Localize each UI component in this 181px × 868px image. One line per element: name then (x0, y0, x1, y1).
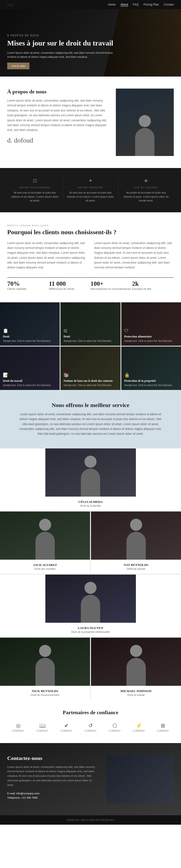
figure-head (139, 115, 151, 127)
partner-name-5: COMPANY (109, 730, 121, 732)
service-title-3: Protection alimentaire (124, 335, 173, 338)
why-col-2: Lorem ipsum dolor sit amet, consectetur … (94, 241, 174, 270)
stat-3: 100+ Récompenses et reconnaissances (90, 277, 132, 290)
team-name-nat: NAT REYNOLDS (94, 563, 178, 567)
service-text-6: Sample text. Click to select the Text El… (124, 384, 173, 387)
team-role-laura: Droit de la propriété intellectuelle (49, 630, 132, 633)
service-card-4[interactable]: 📝 Droit du travail Sample text. Click to… (0, 347, 60, 390)
service-content-4: 📝 Droit du travail Sample text. Click to… (0, 370, 54, 390)
service-title-2: Droit (63, 335, 112, 338)
partner-1: ◎ COMPANY (8, 721, 28, 734)
why-columns: Lorem ipsum dolor sit amet, consectetur … (7, 241, 174, 270)
service-card-2[interactable]: ⚖ Droit Sample text. Click to select the… (60, 302, 120, 346)
jack-figure (33, 519, 57, 560)
contact-text: Lorem ipsum dolor sit amet, consectetur … (7, 765, 97, 787)
contact-email-label: E-mail: (7, 792, 16, 795)
hero-description: Lorem ipsum dolor sit amet, consectetur … (7, 51, 113, 59)
team-info-nat: NAT REYNOLDS Défense pénale (91, 560, 181, 574)
service-card-6[interactable]: 🔒 Protection de la propriété Sample text… (121, 347, 181, 390)
nat-body (126, 532, 146, 560)
michael-head (130, 645, 142, 657)
nav-pricing[interactable]: Pricing Plan (144, 3, 159, 6)
stat-number-4: 2k (132, 280, 174, 287)
philosophy-text-1: At vero eos et accusam et justo duo dolo… (11, 191, 59, 203)
team-card-celia: CÉLIA ALMEDA Droit de la famille (0, 448, 181, 510)
nav-faq[interactable]: FAQ (133, 3, 139, 6)
partner-icon-6: ⚡ (136, 723, 142, 729)
team-info-michael: MICHAEL JOHNSON Droit du travail (91, 686, 181, 700)
philosophy-text-2: At vero eos et accusam et justo duo dolo… (67, 191, 114, 203)
contact-email-row: E-mail: info@company.com (7, 792, 97, 795)
team-card-nat: NAT REYNOLDS Défense pénale (91, 512, 181, 574)
about-person-figure (133, 115, 157, 156)
service-card-1[interactable]: 📋 Droit Sample text. Click to select the… (0, 302, 60, 346)
philosophy-item-3: ★ CLÉ DU SUCCÈS Accusam et accusam et ju… (119, 178, 174, 203)
partner-icon-5: ⬡ (112, 723, 117, 729)
team-img-laura (45, 575, 136, 623)
hero-section: À PROPOS DE NOUS Mises à jour sur le dro… (0, 9, 181, 76)
partner-name-3: COMPANY (60, 730, 72, 732)
service-text-5: Sample text. Click to select the Text El… (63, 384, 113, 387)
nav-links: Home About FAQ Pricing Plan Contact (108, 3, 174, 6)
partners-title: Partenaires de confiance (7, 709, 174, 716)
about-text: Lorem ipsum dolor sit amet, consectetur … (7, 98, 109, 133)
about-section: À propos de nous Lorem ipsum dolor sit a… (0, 76, 181, 168)
nick-body (35, 658, 55, 686)
about-title: À propos de nous (7, 89, 109, 95)
nick-head (39, 645, 51, 657)
footer: Sample text. Click to select the Text El… (0, 815, 181, 825)
stat-label-3: Récompenses et reconnaissances (90, 287, 132, 290)
service-title-6: Protection de la propriété (124, 379, 173, 383)
nav-home[interactable]: Home (108, 3, 115, 6)
team-section: CÉLIA ALMEDA Droit de la famille JACK AL… (0, 448, 181, 700)
team-info-nick: NICK REYNOLDS Droit de l'environnement (0, 686, 90, 700)
team-role-michael: Droit du travail (94, 693, 178, 696)
partner-4: ↺ COMPANY (81, 721, 100, 734)
service-card-3[interactable]: 🛡 Protection alimentaire Sample text. Cl… (121, 302, 181, 346)
philosophy-icon-3: ★ (122, 178, 170, 184)
service-icon-2: ⚖ (63, 328, 112, 333)
team-name-nick: NICK REYNOLDS (3, 689, 87, 693)
contact-overlay (106, 755, 174, 803)
service-content-3: 🛡 Protection alimentaire Sample text. Cl… (121, 326, 176, 346)
partner-7: ⊞ COMPANY (153, 721, 173, 734)
philosophy-text-3: Accusam et accusam et justo duo dolores … (122, 191, 170, 203)
philosophy-label-3: CLÉ DU SUCCÈS (122, 186, 170, 189)
philosophy-item-2: ✦ NOTRE PRINCIPE At vero eos et accusam … (63, 178, 118, 203)
stat-2: 11 000 Références de clients (49, 277, 91, 290)
nav-logo: logo (7, 2, 14, 7)
stat-4: 2k Exemple de titre (132, 277, 174, 290)
stat-label-2: Références de clients (49, 287, 91, 290)
stats-row: 70% Clients satisfaits 11 000 Références… (7, 277, 174, 290)
service-icon-5: 📚 (63, 372, 113, 378)
about-image (116, 89, 174, 156)
about-right (116, 89, 174, 156)
nav-contact[interactable]: Contact (164, 3, 174, 6)
service-content-2: ⚖ Droit Sample text. Click to select the… (60, 325, 114, 346)
contact-left: Contactez-nous Lorem ipsum dolor sit ame… (7, 755, 97, 801)
team-name-michael: MICHAEL JOHNSON (94, 689, 178, 693)
service-card-5[interactable]: 📚 Notions de base sur le droit des contr… (60, 347, 120, 390)
team-img-nat (91, 512, 181, 560)
best-service-title: Nous offrons le meilleur service (7, 402, 174, 408)
service-icon-6: 🔒 (124, 372, 173, 378)
hero-cta-button[interactable]: Lire la suite (7, 63, 29, 69)
contact-email-value: info@company.com (16, 792, 40, 795)
celia-figure (78, 456, 103, 497)
best-service-section: Nous offrons le meilleur service Lorem i… (0, 390, 181, 448)
partner-icon-4: ↺ (88, 723, 93, 729)
partner-name-4: COMPANY (84, 730, 97, 732)
laura-body (81, 595, 100, 623)
why-sublabel: DROITS LÉGAUX EXPLIQUÉS (7, 224, 174, 227)
hero-content: À PROPOS DE NOUS Mises à jour sur le dro… (0, 27, 121, 76)
nav-about[interactable]: About (121, 3, 128, 6)
team-card-laura: LAURA NGUYEN Droit de la propriété intel… (0, 575, 181, 637)
nat-head (130, 519, 142, 531)
figure-body (135, 128, 154, 156)
why-title: Pourquoi les clients nous choisissent-il… (7, 229, 174, 236)
philosophy-label-2: NOTRE PRINCIPE (67, 186, 114, 189)
why-section: DROITS LÉGAUX EXPLIQUÉS Pourquoi les cli… (0, 212, 181, 302)
team-role-jack: Droit des sociétés (3, 567, 87, 570)
nick-figure (33, 645, 57, 686)
team-card-nick: NICK REYNOLDS Droit de l'environnement (0, 638, 90, 700)
